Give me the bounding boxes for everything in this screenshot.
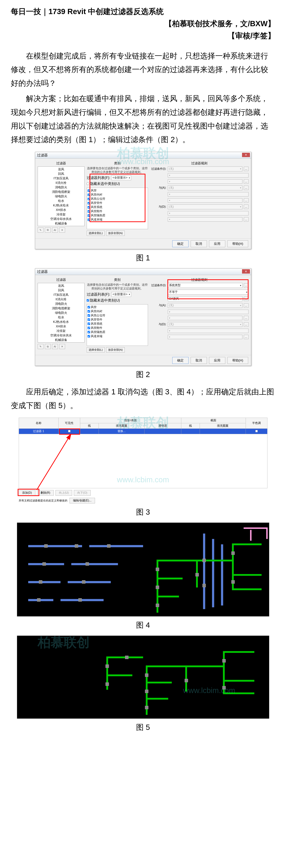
- table-row[interactable]: 过滤器 1 替换...: [19, 429, 267, 434]
- halftone-checkbox[interactable]: [255, 430, 258, 432]
- select-all-button[interactable]: 选择全部(L): [87, 230, 105, 236]
- rule-op-combo[interactable]: [168, 310, 249, 314]
- rename-filter-button[interactable]: AI: [52, 227, 58, 232]
- new-filter-button[interactable]: ✎: [38, 344, 43, 349]
- rule-extra-button[interactable]: …: [244, 186, 249, 190]
- list-item[interactable]: II消火栓: [38, 181, 84, 185]
- rule-extra-button[interactable]: …: [244, 297, 249, 301]
- rule-extra-button[interactable]: …: [244, 217, 249, 222]
- copy-filter-button[interactable]: ⧉: [45, 227, 51, 232]
- list-item[interactable]: 冷排架: [38, 329, 84, 333]
- list-item[interactable]: 机械设备: [38, 338, 84, 342]
- category-checkbox[interactable]: [87, 318, 90, 321]
- category-checkbox[interactable]: [87, 327, 90, 329]
- rule-op-combo[interactable]: [168, 192, 249, 196]
- rule-param-combo[interactable]: (无): [168, 322, 242, 327]
- category-checkbox[interactable]: [87, 310, 90, 313]
- delete-filter-button[interactable]: ✕: [59, 227, 65, 232]
- category-checklist[interactable]: 风管 风管内衬 风管占位符 风管管件 风管系统 风管附件 风管隔热层 风道末端: [87, 304, 148, 346]
- list-item[interactable]: 绿电防火: [38, 311, 84, 315]
- hide-unchecked-checkbox[interactable]: [87, 299, 89, 302]
- cancel-button[interactable]: 取消: [191, 240, 207, 247]
- category-checkbox[interactable]: [87, 314, 90, 317]
- close-icon[interactable]: ✕: [242, 269, 250, 274]
- help-button[interactable]: 帮助(H): [227, 357, 248, 364]
- list-item[interactable]: II消火栓: [38, 297, 84, 302]
- rule-param-combo[interactable]: (无): [168, 166, 242, 172]
- category-checkbox[interactable]: [87, 202, 90, 205]
- rule-extra-button[interactable]: …: [244, 167, 249, 171]
- list-item[interactable]: 绿电防火: [38, 194, 84, 198]
- category-checkbox[interactable]: [87, 218, 90, 221]
- category-checkbox[interactable]: [87, 322, 90, 325]
- list-item[interactable]: 空调冷却水供水: [38, 333, 84, 338]
- rule-extra-button[interactable]: …: [244, 322, 249, 327]
- rule-val-combo[interactable]: [168, 179, 242, 184]
- rule-extra-button[interactable]: …: [244, 179, 249, 184]
- rule-extra-button[interactable]: …: [244, 335, 249, 339]
- category-checkbox[interactable]: [87, 331, 90, 333]
- rename-filter-button[interactable]: AI: [52, 344, 58, 349]
- deselect-all-button[interactable]: 放弃全部(N): [106, 230, 125, 236]
- remove-button[interactable]: 删除(R): [37, 490, 54, 496]
- dialog-titlebar[interactable]: 过滤器 ✕: [35, 269, 251, 275]
- rule-param-combo[interactable]: (无): [168, 303, 242, 308]
- apply-button[interactable]: 应用: [209, 240, 225, 247]
- ok-button[interactable]: 确定: [172, 240, 188, 247]
- rule-val-combo[interactable]: [168, 198, 242, 203]
- list-item[interactable]: 消电防火: [38, 302, 84, 306]
- list-item[interactable]: 消防电缆桥架: [38, 190, 84, 194]
- hide-unchecked-checkbox[interactable]: [87, 183, 89, 185]
- category-checkbox[interactable]: [87, 198, 90, 200]
- category-checkbox[interactable]: [87, 206, 90, 209]
- rule-op-combo[interactable]: [168, 173, 249, 178]
- row-action-cell[interactable]: 替换...: [99, 429, 145, 434]
- rule-op-combo[interactable]: [168, 329, 249, 333]
- rule-extra-button[interactable]: …: [244, 316, 249, 320]
- copy-filter-button[interactable]: ⧉: [45, 344, 51, 349]
- category-checkbox[interactable]: [87, 335, 90, 338]
- delete-filter-button[interactable]: ✕: [59, 344, 65, 349]
- list-item[interactable]: 空调冷却水供水: [38, 217, 84, 221]
- rule-val-combo[interactable]: [168, 217, 242, 222]
- list-item[interactable]: KJ热水给水: [38, 320, 84, 324]
- list-item[interactable]: 送风: [38, 167, 84, 172]
- list-item[interactable]: 给水: [38, 198, 84, 203]
- rule-val-combo[interactable]: [168, 335, 242, 339]
- rule-val-combo[interactable]: OA新风: [168, 296, 242, 301]
- filter-listbox[interactable]: 送风 回风 IT加压送风 II消火栓 消电防火 消防电缆桥架 绿电防火 给水 K…: [38, 283, 84, 343]
- rule-op-combo[interactable]: [168, 211, 249, 215]
- apply-button[interactable]: 应用: [209, 357, 225, 364]
- rule-param-combo[interactable]: (无): [168, 205, 242, 209]
- new-filter-button[interactable]: ✎: [38, 227, 43, 232]
- move-up-button[interactable]: 向上(U): [56, 490, 72, 496]
- edit-create-button[interactable]: 编辑/创建(E)...: [70, 498, 95, 503]
- rule-val-combo[interactable]: [168, 316, 242, 320]
- filter-listbox[interactable]: 送风 回风 IT加压送风 II消火栓 消电防火 消防电缆桥架 绿电防火 给水 K…: [38, 166, 84, 226]
- list-item[interactable]: 机械设备: [38, 221, 84, 226]
- visibility-checkbox[interactable]: [68, 430, 70, 432]
- rule-param-combo[interactable]: 系统类型: [168, 283, 242, 288]
- rule-extra-button[interactable]: …: [244, 198, 249, 203]
- rule-op-combo[interactable]: 不等于: [168, 290, 249, 294]
- add-button[interactable]: 添加(D): [19, 490, 35, 496]
- list-item[interactable]: IT加压送风: [38, 292, 84, 297]
- select-all-button[interactable]: 选择全部(L): [87, 347, 105, 352]
- filter-list-combo[interactable]: <全部显示>: [111, 175, 131, 180]
- rule-extra-button[interactable]: …: [244, 283, 249, 288]
- list-item[interactable]: 绿电照明: [38, 342, 84, 343]
- deselect-all-button[interactable]: 放弃全部(N): [106, 347, 125, 352]
- rule-param-combo[interactable]: (无): [168, 185, 242, 190]
- category-checkbox[interactable]: [87, 193, 90, 196]
- list-item[interactable]: KJ热水给水: [38, 203, 84, 208]
- list-item[interactable]: XH排水: [38, 208, 84, 212]
- list-item[interactable]: 送风: [38, 283, 84, 288]
- list-item[interactable]: 回风: [38, 172, 84, 176]
- close-icon[interactable]: ✕: [242, 153, 250, 157]
- list-item[interactable]: XH排水: [38, 324, 84, 329]
- rule-extra-button[interactable]: …: [244, 205, 249, 209]
- list-item[interactable]: 冷排架: [38, 212, 84, 217]
- list-item[interactable]: IT加压送风: [38, 176, 84, 181]
- category-checkbox[interactable]: [87, 306, 90, 308]
- help-button[interactable]: 帮助(H): [227, 240, 248, 247]
